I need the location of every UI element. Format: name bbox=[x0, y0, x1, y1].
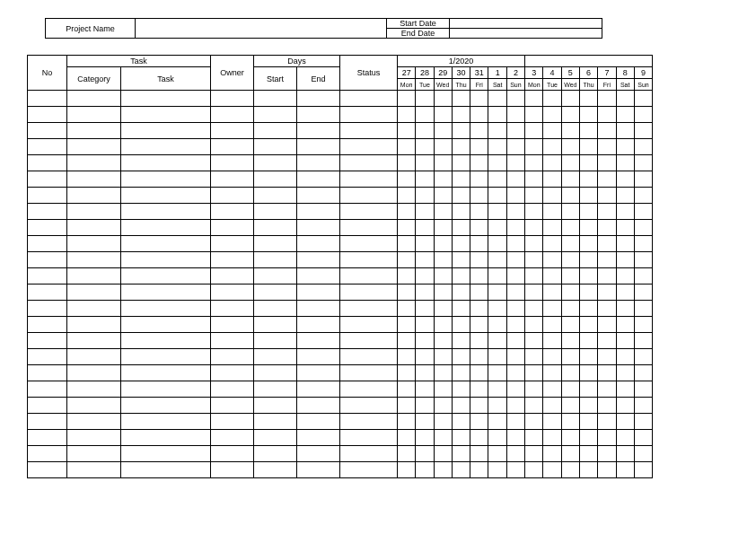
gantt-cell[interactable] bbox=[452, 285, 470, 301]
gantt-cell[interactable] bbox=[452, 414, 470, 430]
gantt-cell[interactable] bbox=[470, 333, 488, 349]
cell[interactable] bbox=[211, 91, 254, 107]
gantt-cell[interactable] bbox=[506, 123, 524, 139]
gantt-cell[interactable] bbox=[561, 188, 579, 204]
cell[interactable] bbox=[254, 268, 297, 285]
cell[interactable] bbox=[67, 317, 121, 333]
gantt-cell[interactable] bbox=[543, 301, 561, 317]
gantt-cell[interactable] bbox=[416, 139, 434, 155]
gantt-cell[interactable] bbox=[616, 333, 634, 349]
cell[interactable] bbox=[67, 365, 121, 381]
gantt-cell[interactable] bbox=[470, 155, 488, 171]
gantt-cell[interactable] bbox=[598, 188, 616, 204]
cell[interactable] bbox=[121, 204, 211, 220]
gantt-cell[interactable] bbox=[525, 317, 543, 333]
cell[interactable] bbox=[121, 430, 211, 446]
gantt-cell[interactable] bbox=[543, 430, 561, 446]
gantt-cell[interactable] bbox=[634, 171, 652, 188]
cell[interactable] bbox=[121, 285, 211, 301]
gantt-cell[interactable] bbox=[616, 317, 634, 333]
gantt-cell[interactable] bbox=[416, 107, 434, 123]
cell[interactable] bbox=[121, 188, 211, 204]
gantt-cell[interactable] bbox=[488, 188, 506, 204]
gantt-cell[interactable] bbox=[598, 365, 616, 381]
cell[interactable] bbox=[297, 446, 340, 462]
gantt-cell[interactable] bbox=[434, 446, 452, 462]
cell[interactable] bbox=[297, 236, 340, 252]
cell[interactable] bbox=[121, 462, 211, 478]
gantt-cell[interactable] bbox=[488, 381, 506, 398]
gantt-cell[interactable] bbox=[398, 301, 416, 317]
gantt-cell[interactable] bbox=[452, 91, 470, 107]
gantt-cell[interactable] bbox=[506, 107, 524, 123]
cell[interactable] bbox=[67, 430, 121, 446]
cell[interactable] bbox=[28, 139, 67, 155]
cell[interactable] bbox=[297, 398, 340, 414]
gantt-cell[interactable] bbox=[488, 91, 506, 107]
gantt-cell[interactable] bbox=[416, 349, 434, 365]
gantt-cell[interactable] bbox=[398, 220, 416, 236]
cell[interactable] bbox=[254, 381, 297, 398]
gantt-cell[interactable] bbox=[416, 398, 434, 414]
gantt-cell[interactable] bbox=[488, 236, 506, 252]
cell[interactable] bbox=[297, 462, 340, 478]
cell[interactable] bbox=[28, 317, 67, 333]
gantt-cell[interactable] bbox=[470, 381, 488, 398]
cell[interactable] bbox=[254, 414, 297, 430]
gantt-cell[interactable] bbox=[416, 430, 434, 446]
gantt-cell[interactable] bbox=[416, 171, 434, 188]
gantt-cell[interactable] bbox=[579, 414, 597, 430]
gantt-cell[interactable] bbox=[634, 398, 652, 414]
gantt-cell[interactable] bbox=[525, 381, 543, 398]
gantt-cell[interactable] bbox=[470, 139, 488, 155]
gantt-cell[interactable] bbox=[488, 123, 506, 139]
cell[interactable] bbox=[254, 155, 297, 171]
cell[interactable] bbox=[297, 381, 340, 398]
cell[interactable] bbox=[121, 365, 211, 381]
gantt-cell[interactable] bbox=[616, 301, 634, 317]
cell[interactable] bbox=[67, 220, 121, 236]
gantt-cell[interactable] bbox=[525, 220, 543, 236]
gantt-cell[interactable] bbox=[398, 430, 416, 446]
gantt-cell[interactable] bbox=[488, 398, 506, 414]
gantt-cell[interactable] bbox=[543, 268, 561, 285]
cell[interactable] bbox=[340, 333, 398, 349]
gantt-cell[interactable] bbox=[470, 188, 488, 204]
gantt-cell[interactable] bbox=[579, 462, 597, 478]
cell[interactable] bbox=[297, 414, 340, 430]
cell[interactable] bbox=[67, 446, 121, 462]
cell[interactable] bbox=[254, 430, 297, 446]
gantt-cell[interactable] bbox=[434, 430, 452, 446]
gantt-cell[interactable] bbox=[398, 446, 416, 462]
gantt-cell[interactable] bbox=[616, 365, 634, 381]
gantt-cell[interactable] bbox=[506, 333, 524, 349]
gantt-cell[interactable] bbox=[470, 446, 488, 462]
gantt-cell[interactable] bbox=[470, 430, 488, 446]
cell[interactable] bbox=[340, 285, 398, 301]
gantt-cell[interactable] bbox=[416, 236, 434, 252]
gantt-cell[interactable] bbox=[488, 268, 506, 285]
gantt-cell[interactable] bbox=[434, 462, 452, 478]
gantt-cell[interactable] bbox=[506, 139, 524, 155]
cell[interactable] bbox=[340, 252, 398, 268]
gantt-cell[interactable] bbox=[452, 381, 470, 398]
cell[interactable] bbox=[121, 317, 211, 333]
gantt-cell[interactable] bbox=[434, 414, 452, 430]
gantt-cell[interactable] bbox=[416, 220, 434, 236]
end-date-value[interactable] bbox=[450, 29, 602, 39]
gantt-cell[interactable] bbox=[579, 123, 597, 139]
gantt-cell[interactable] bbox=[579, 204, 597, 220]
cell[interactable] bbox=[121, 139, 211, 155]
cell[interactable] bbox=[121, 414, 211, 430]
cell[interactable] bbox=[211, 398, 254, 414]
gantt-cell[interactable] bbox=[470, 107, 488, 123]
cell[interactable] bbox=[28, 462, 67, 478]
gantt-cell[interactable] bbox=[506, 220, 524, 236]
gantt-cell[interactable] bbox=[506, 365, 524, 381]
gantt-cell[interactable] bbox=[561, 285, 579, 301]
gantt-cell[interactable] bbox=[616, 107, 634, 123]
gantt-cell[interactable] bbox=[525, 252, 543, 268]
cell[interactable] bbox=[211, 381, 254, 398]
gantt-cell[interactable] bbox=[525, 155, 543, 171]
gantt-cell[interactable] bbox=[579, 220, 597, 236]
